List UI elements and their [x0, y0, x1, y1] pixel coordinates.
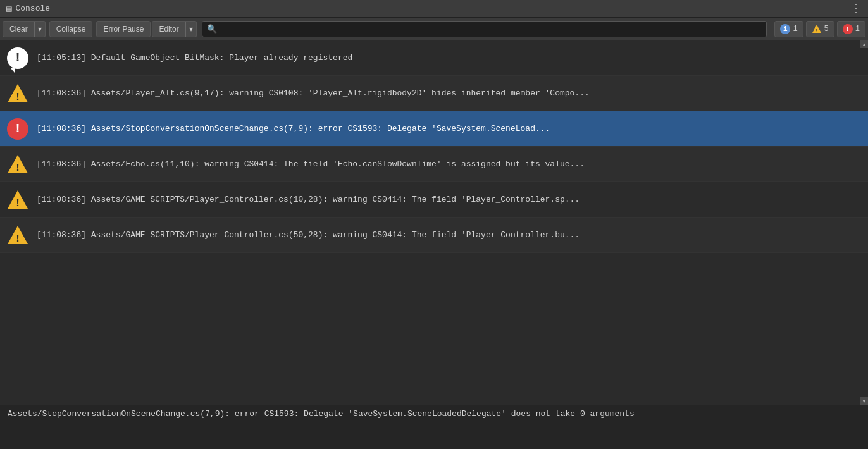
- status-text: Assets/StopConversationOnSceneChange.cs(…: [8, 409, 635, 419]
- error-badge-icon: !: [843, 24, 853, 34]
- svg-text:!: !: [815, 27, 818, 33]
- error-icon: [7, 118, 28, 140]
- warning-badge-icon: !: [812, 24, 822, 34]
- info-badge-count: 1: [793, 25, 797, 34]
- console-list: [11:05:13] Default GameObject BitMask: P…: [0, 40, 868, 405]
- console-row[interactable]: [11:05:13] Default GameObject BitMask: P…: [0, 40, 868, 76]
- warning-icon: !: [6, 224, 29, 247]
- error-pause-button[interactable]: Error Pause: [96, 21, 151, 37]
- row-text: [11:08:36] Assets/StopConversationOnScen…: [37, 123, 862, 135]
- title-menu-button[interactable]: ⋮: [850, 3, 862, 15]
- warning-icon: !: [6, 153, 29, 176]
- info-badge[interactable]: i 1: [774, 21, 803, 37]
- scroll-down-arrow[interactable]: ▼: [860, 397, 868, 405]
- title-bar-left: ▤ Console: [6, 3, 50, 14]
- console-toolbar: Clear ▾ Collapse Error Pause Editor ▾ 🔍 …: [0, 18, 868, 40]
- svg-text:!: !: [15, 92, 21, 103]
- editor-button-group: Editor ▾: [152, 21, 196, 37]
- info-icon: [7, 47, 28, 69]
- warning-icon: !: [6, 188, 29, 211]
- clear-dropdown-button[interactable]: ▾: [34, 21, 46, 37]
- search-input[interactable]: [202, 21, 767, 37]
- warning-row-icon: !: [6, 82, 29, 105]
- row-text: [11:08:36] Assets/Echo.cs(11,10): warnin…: [37, 158, 862, 171]
- console-row[interactable]: ![11:08:36] Assets/GAME SCRIPTS/Player_C…: [0, 218, 868, 253]
- info-badge-icon: i: [780, 24, 790, 34]
- warn-badge[interactable]: ! 5: [806, 21, 834, 37]
- svg-text:!: !: [15, 233, 21, 245]
- row-text: [11:08:36] Assets/Player_Alt.cs(9,17): w…: [37, 87, 862, 100]
- collapse-button[interactable]: Collapse: [49, 21, 93, 37]
- title-label: Console: [15, 4, 50, 13]
- editor-button[interactable]: Editor: [152, 21, 185, 37]
- row-text: [11:08:36] Assets/GAME SCRIPTS/Player_Co…: [37, 229, 862, 242]
- console-icon: ▤: [6, 3, 11, 14]
- svg-text:!: !: [15, 198, 21, 209]
- error-badge[interactable]: ! 1: [837, 21, 865, 37]
- error-badge-count: 1: [855, 25, 860, 34]
- editor-dropdown-button[interactable]: ▾: [185, 21, 197, 37]
- status-bar: Assets/StopConversationOnSceneChange.cs(…: [0, 405, 868, 449]
- warning-row-icon: !: [6, 188, 29, 211]
- warning-icon: !: [6, 82, 29, 105]
- warning-row-icon: !: [6, 153, 29, 176]
- search-icon: 🔍: [207, 24, 217, 34]
- console-row[interactable]: [11:08:36] Assets/StopConversationOnScen…: [0, 111, 868, 147]
- scroll-up-arrow[interactable]: ▲: [860, 40, 868, 48]
- search-container: 🔍: [202, 21, 767, 37]
- clear-button[interactable]: Clear: [3, 21, 34, 37]
- console-row[interactable]: ![11:08:36] Assets/Player_Alt.cs(9,17): …: [0, 76, 868, 111]
- svg-text:!: !: [15, 163, 21, 174]
- console-row[interactable]: ![11:08:36] Assets/Echo.cs(11,10): warni…: [0, 147, 868, 182]
- info-row-icon: [6, 47, 29, 70]
- warn-badge-count: 5: [824, 25, 829, 34]
- warning-row-icon: !: [6, 224, 29, 247]
- console-row[interactable]: ![11:08:36] Assets/GAME SCRIPTS/Player_C…: [0, 182, 868, 218]
- row-text: [11:05:13] Default GameObject BitMask: P…: [37, 52, 862, 65]
- error-row-icon: [6, 118, 29, 140]
- badge-group: i 1 ! 5 ! 1: [774, 21, 865, 37]
- title-bar: ▤ Console ⋮: [0, 0, 868, 18]
- row-text: [11:08:36] Assets/GAME SCRIPTS/Player_Co…: [37, 194, 862, 206]
- clear-button-group: Clear ▾: [3, 21, 46, 37]
